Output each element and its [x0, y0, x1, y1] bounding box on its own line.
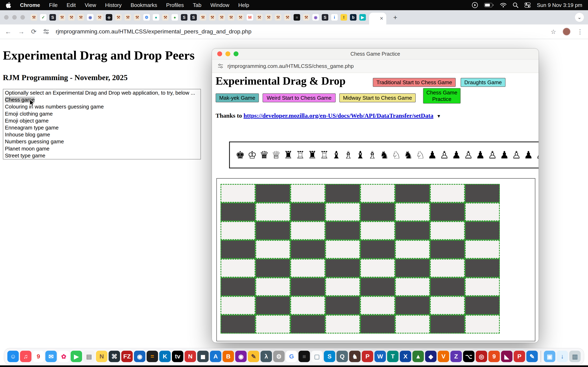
- chess-piece[interactable]: ♔: [248, 150, 257, 160]
- dock-app-icon[interactable]: ▥: [569, 351, 581, 362]
- board-cell[interactable]: [325, 315, 360, 334]
- dock-app-icon[interactable]: ◉: [134, 351, 145, 362]
- board-cell[interactable]: [360, 184, 395, 203]
- pinned-tab-favicon[interactable]: ◆: [106, 14, 112, 21]
- tab-search-chevron-icon[interactable]: ⌄: [575, 13, 584, 22]
- board-cell[interactable]: [290, 277, 325, 296]
- board-cell[interactable]: [395, 277, 430, 296]
- dock-app-icon[interactable]: ☺: [7, 351, 19, 362]
- new-tab-button[interactable]: +: [390, 12, 400, 22]
- board-cell[interactable]: [465, 296, 500, 315]
- spotlight-search-icon[interactable]: [513, 2, 518, 8]
- pinned-tab-favicon[interactable]: S: [181, 14, 187, 21]
- site-settings-icon[interactable]: [43, 29, 49, 34]
- dock-app-icon[interactable]: ▢: [311, 351, 323, 362]
- board-cell[interactable]: [430, 203, 465, 221]
- listbox-option[interactable]: Inhouse blog game: [3, 131, 200, 138]
- board-cell[interactable]: [395, 296, 430, 315]
- board-cell[interactable]: [430, 240, 465, 259]
- close-tab-icon[interactable]: ✕: [380, 16, 383, 21]
- menu-help[interactable]: Help: [238, 2, 249, 8]
- board-cell[interactable]: [360, 240, 395, 259]
- board-cell[interactable]: [430, 277, 465, 296]
- pinned-tab-favicon[interactable]: ⚒: [209, 14, 216, 21]
- board-cell[interactable]: [465, 315, 500, 334]
- dock-app-icon[interactable]: Q: [337, 351, 348, 362]
- popup-close-button[interactable]: [217, 51, 222, 56]
- pinned-tab-favicon[interactable]: ✓: [40, 14, 47, 21]
- chess-piece[interactable]: ♞: [380, 150, 389, 160]
- chess-piece[interactable]: ♗: [368, 150, 377, 160]
- dock-app-icon[interactable]: K: [159, 351, 171, 362]
- dock-app-icon[interactable]: ✿: [58, 351, 69, 362]
- pinned-tab-favicon[interactable]: ●: [153, 14, 159, 21]
- button-mak-yek-game[interactable]: Mak-yek Game: [216, 93, 259, 102]
- pinned-tab-favicon[interactable]: ⚒: [68, 14, 75, 21]
- button-weird-start-to-chess-game[interactable]: Weird Start to Chess Game: [263, 93, 336, 102]
- listbox-option[interactable]: Numbers guessing game: [3, 138, 200, 145]
- chess-piece[interactable]: ♞: [404, 150, 413, 160]
- dock-app-icon[interactable]: ♞: [349, 351, 361, 362]
- pinned-tab-favicon[interactable]: ⚒: [303, 14, 310, 21]
- board-cell[interactable]: [290, 240, 325, 259]
- board-cell[interactable]: [360, 277, 395, 296]
- chess-piece[interactable]: ♙: [440, 150, 449, 160]
- pinned-tab-favicon[interactable]: ⚒: [31, 14, 37, 21]
- dock-app-icon[interactable]: ▲: [412, 351, 424, 362]
- dock-app-icon[interactable]: ▤: [83, 351, 95, 362]
- pinned-tab-favicon[interactable]: ⚒: [59, 14, 65, 21]
- board-cell[interactable]: [255, 240, 290, 259]
- window-controls[interactable]: [4, 15, 25, 20]
- pinned-tab-favicon[interactable]: ⚙: [143, 14, 150, 21]
- apple-menu-icon[interactable]: [6, 2, 11, 8]
- dock-app-icon[interactable]: T: [387, 351, 398, 362]
- wifi-icon[interactable]: [500, 3, 507, 8]
- button-draughts-game[interactable]: Draughts Game: [461, 78, 506, 87]
- dropdown-arrow-icon[interactable]: ▼: [437, 114, 441, 119]
- board-cell[interactable]: [430, 259, 465, 277]
- popup-window-controls[interactable]: [217, 51, 238, 56]
- dock-app-icon[interactable]: ⚙: [273, 351, 285, 362]
- board-cell[interactable]: [395, 184, 430, 203]
- board-cell[interactable]: [221, 184, 255, 203]
- dock-app-icon[interactable]: ⌥: [463, 351, 475, 362]
- dock-app-icon[interactable]: N: [96, 351, 107, 362]
- dock-app-icon[interactable]: W: [374, 351, 386, 362]
- pinned-tab-favicon[interactable]: ⚒: [237, 14, 244, 21]
- board-cell[interactable]: [290, 296, 325, 315]
- popup-url-text[interactable]: rjmprogramming.com.au/HTMLCSS/chess_game…: [227, 63, 354, 69]
- pinned-tab-favicon[interactable]: ⚒: [275, 14, 281, 21]
- dock-app-icon[interactable]: ✎: [248, 351, 259, 362]
- dock-app-icon[interactable]: FZ: [121, 351, 133, 362]
- pinned-tab-favicon[interactable]: ⚒: [162, 14, 169, 21]
- dock-app-icon[interactable]: ▣: [544, 351, 555, 362]
- pinned-tab-favicon[interactable]: S: [322, 14, 328, 21]
- board-cell[interactable]: [395, 240, 430, 259]
- dock-app-icon[interactable]: ■: [298, 351, 310, 362]
- url-bar[interactable]: rjmprogramming.com.au/HTMLCSS/experiment…: [56, 28, 251, 35]
- board-cell[interactable]: [430, 184, 465, 203]
- board-cell[interactable]: [221, 259, 255, 277]
- window-minimize-button[interactable]: [12, 15, 17, 20]
- board-cell[interactable]: [221, 221, 255, 240]
- pinned-tab-favicon[interactable]: S: [49, 14, 56, 21]
- board-cell[interactable]: [325, 203, 360, 221]
- pinned-tab-favicon[interactable]: ⚒: [228, 14, 234, 21]
- menu-file[interactable]: File: [49, 2, 58, 8]
- pinned-tab-favicon[interactable]: ⚒: [200, 14, 206, 21]
- chess-piece[interactable]: ♙: [536, 150, 539, 160]
- menu-edit[interactable]: Edit: [67, 2, 76, 8]
- board-cell[interactable]: [221, 277, 255, 296]
- chess-piece[interactable]: ♟: [500, 150, 509, 160]
- pinned-tab-favicon[interactable]: S: [190, 14, 197, 21]
- dock-app-icon[interactable]: ✉: [45, 351, 57, 362]
- menu-bookmarks[interactable]: Bookmarks: [131, 2, 157, 8]
- pinned-tab-favicon[interactable]: ⚒: [218, 14, 225, 21]
- pinned-tab-favicon[interactable]: !: [341, 14, 347, 21]
- pinned-tab-favicon[interactable]: ◉: [87, 14, 94, 21]
- board-cell[interactable]: [290, 184, 325, 203]
- pinned-tab-favicon[interactable]: ⚒: [96, 14, 103, 21]
- pinned-tab-favicon[interactable]: b: [350, 14, 356, 21]
- listbox-option[interactable]: Planet moon game: [3, 145, 200, 152]
- pinned-tab-favicon[interactable]: ⚒: [256, 14, 263, 21]
